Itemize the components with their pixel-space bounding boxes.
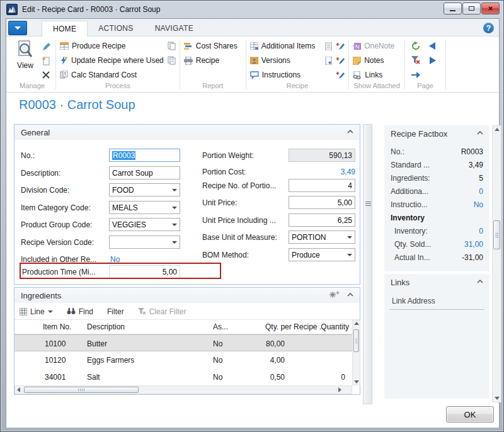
table-vertical-scrollbar[interactable]	[352, 320, 360, 385]
version-document-icon[interactable]	[325, 57, 332, 65]
factbox-splitter[interactable]	[363, 124, 372, 404]
recipe-portions-field[interactable]: 4	[289, 179, 355, 192]
close-button[interactable]: ✕	[481, 3, 500, 14]
client-area: HOME ACTIONS NAVIGATE ? View	[6, 18, 500, 428]
links-button[interactable]: Links	[353, 71, 382, 79]
copy-icon[interactable]	[168, 42, 176, 50]
clear-filter-button[interactable]	[409, 56, 423, 65]
application-menu-button[interactable]	[8, 21, 27, 35]
collapse-chevron-icon[interactable]	[347, 130, 353, 134]
scrollbar-thumb[interactable]	[353, 329, 359, 352]
report-document-icon[interactable]	[325, 42, 332, 50]
edit-plus-icon[interactable]	[336, 71, 345, 79]
unit-price-incl-field[interactable]: 6,25	[289, 213, 355, 227]
filter-button[interactable]: Filter	[107, 307, 124, 316]
cost-shares-button[interactable]: Cost Shares	[184, 42, 238, 50]
ribbon-group-process: Produce Recipe Update Recipe where Used	[56, 38, 180, 92]
clear-filter-button[interactable]: Clear Filter	[138, 307, 186, 316]
additional-items-button[interactable]: Additional Items	[250, 42, 315, 50]
collapse-chevron-icon[interactable]	[477, 131, 483, 135]
cell-item-no: 10100	[45, 339, 66, 348]
line-menu-button[interactable]: Line	[20, 307, 53, 316]
new-button[interactable]	[40, 55, 52, 67]
recipe-report-button[interactable]: Recipe	[184, 56, 219, 65]
page-content: R0003 · Carrot Soup General No.: R0003 D…	[6, 93, 499, 428]
refresh-button[interactable]	[409, 42, 423, 50]
portion-weight-label: Portion Weight:	[202, 151, 254, 160]
table-row[interactable]: 34001 Salt No 0,50 0	[14, 368, 353, 385]
collapse-chevron-icon[interactable]	[347, 293, 353, 297]
calc-standard-cost-button[interactable]: Calc Standard Cost	[60, 71, 137, 79]
tab-actions[interactable]: ACTIONS	[88, 21, 144, 36]
bom-method-dropdown[interactable]: Produce	[289, 248, 355, 261]
chevron-down-icon	[172, 207, 177, 209]
notes-button[interactable]: Notes	[353, 56, 384, 65]
description-field[interactable]: Carrot Soup	[109, 166, 180, 179]
inventory-link[interactable]: 0	[479, 227, 483, 236]
column-qty-per-recipe[interactable]: Qty. per Recipe ...	[265, 322, 326, 331]
produce-recipe-button[interactable]: Produce Recipe	[60, 42, 125, 50]
recipe-portions-label: Recipe No. of Portio...	[202, 181, 276, 190]
edit-button[interactable]	[40, 41, 52, 52]
onenote-button[interactable]: N OneNote	[353, 42, 394, 50]
division-code-dropdown[interactable]: FOOD	[109, 183, 180, 196]
copy-icon[interactable]	[168, 56, 176, 65]
update-recipe-where-used-button[interactable]: Update Recipe where Used	[60, 56, 164, 65]
scrollbar-thumb[interactable]	[24, 387, 139, 393]
find-button[interactable]: Find	[67, 307, 93, 316]
go-to-button[interactable]	[409, 72, 423, 78]
collapse-chevron-icon[interactable]	[477, 280, 483, 283]
column-as[interactable]: As...	[213, 322, 228, 331]
edit-plus-icon[interactable]	[336, 42, 345, 50]
qty-sold-link[interactable]: 31,00	[464, 240, 483, 249]
base-unit-dropdown[interactable]: PORTION	[289, 230, 355, 244]
column-description[interactable]: Description	[87, 322, 125, 331]
versions-button[interactable]: Versions	[250, 56, 290, 65]
customize-gear-icon[interactable]	[329, 291, 340, 300]
view-button[interactable]: View	[13, 38, 38, 82]
portion-cost-value[interactable]: 3,49	[289, 168, 355, 176]
maximize-button[interactable]	[462, 3, 481, 14]
ok-button[interactable]: OK	[446, 406, 494, 423]
no-field[interactable]: R0003	[109, 149, 180, 162]
column-item-no[interactable]: Item No.	[43, 322, 71, 331]
general-header[interactable]: General	[14, 125, 360, 140]
included-other-value[interactable]: No	[110, 255, 120, 264]
tab-navigate[interactable]: NAVIGATE	[144, 21, 204, 36]
svg-text:N: N	[355, 43, 360, 50]
back-button[interactable]	[425, 42, 439, 50]
ingredients-header[interactable]: Ingredients	[14, 288, 360, 303]
calc-standard-cost-label: Calc Standard Cost	[71, 71, 137, 79]
table-row[interactable]: 10100 Butter No 80,00	[14, 334, 353, 351]
link-address-column[interactable]: Link Address	[392, 297, 435, 305]
table-row[interactable]: 10120 Eggs Farmers No 4,00	[14, 351, 353, 368]
instructions-button[interactable]: Instructions	[250, 71, 301, 79]
forward-button[interactable]	[425, 57, 439, 64]
delete-button[interactable]	[40, 69, 52, 81]
ingredients-table-header: Item No. Description As... Qty. per Reci…	[14, 320, 353, 334]
scrollbar-thumb[interactable]	[493, 220, 500, 249]
help-icon[interactable]: ?	[483, 23, 494, 33]
column-quantity[interactable]: Quantity	[321, 322, 349, 331]
group-label-recipe: Recipe	[250, 82, 345, 91]
bom-method-value: Produce	[292, 251, 320, 259]
group-label-show-attached: Show Attached	[353, 82, 401, 91]
additional-link[interactable]: 0	[479, 187, 483, 196]
pencil-icon	[42, 43, 50, 51]
minimize-button[interactable]	[444, 3, 462, 14]
find-label: Find	[79, 307, 93, 316]
factbox-scrollbar[interactable]	[492, 125, 501, 402]
table-horizontal-scrollbar[interactable]	[14, 385, 352, 394]
product-group-value: VEGGIES	[112, 220, 146, 229]
edit-plus-icon[interactable]	[336, 57, 345, 65]
unit-price-field[interactable]: 5,00	[289, 196, 355, 209]
tab-home[interactable]: HOME	[42, 21, 88, 37]
recipe-version-dropdown[interactable]	[109, 236, 180, 249]
production-time-field[interactable]: 5,00	[109, 265, 180, 278]
scroll-right-icon	[338, 387, 341, 392]
window-title: Edit - Recipe Card - R0003 · Carrot Soup	[22, 5, 160, 14]
instructions-link[interactable]: No	[474, 200, 483, 209]
product-group-dropdown[interactable]: VEGGIES	[109, 218, 180, 231]
unit-price-incl-value: 6,25	[338, 216, 352, 225]
item-category-dropdown[interactable]: MEALS	[109, 201, 180, 214]
